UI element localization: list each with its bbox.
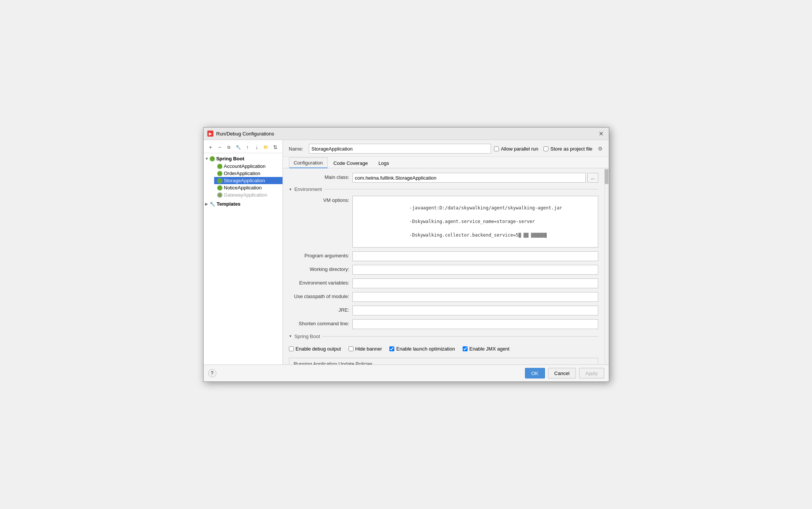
debug-output-checkbox[interactable] — [289, 346, 294, 351]
move-down-button[interactable]: ↓ — [253, 143, 261, 151]
main-class-input[interactable] — [352, 173, 586, 183]
working-dir-input[interactable] — [352, 265, 598, 275]
account-icon: 🌿 — [217, 164, 222, 169]
gateway-application-item[interactable]: 🌿 GatewayApplication — [214, 191, 283, 198]
wrench-button[interactable]: 🔧 — [234, 143, 242, 151]
tab-logs[interactable]: Logs — [374, 158, 394, 168]
env-vars-label: Environment variables: — [289, 278, 349, 286]
main-content: + − ⧉ 🔧 ↑ ↓ 📁 ⇅ ▼ 🌿 Spring Boot 🌿 — [204, 140, 609, 364]
title-bar-left: ▶ Run/Debug Configurations — [207, 131, 274, 137]
templates-item[interactable]: ▶ 🔧 Templates — [204, 200, 283, 208]
spring-boot-label: Spring Boot — [216, 156, 244, 161]
allow-parallel-label[interactable]: Allow parallel run — [494, 146, 538, 152]
order-application-item[interactable]: 🌿 OrderApplication — [214, 170, 283, 177]
debug-output-label[interactable]: Enable debug output — [289, 346, 341, 352]
allow-parallel-checkbox[interactable] — [494, 146, 499, 151]
left-panel: + − ⧉ 🔧 ↑ ↓ 📁 ⇅ ▼ 🌿 Spring Boot 🌿 — [204, 140, 283, 364]
hide-banner-label[interactable]: Hide banner — [349, 346, 382, 352]
title-bar: ▶ Run/Debug Configurations ✕ — [204, 128, 609, 140]
storage-label: StorageApplication — [224, 178, 265, 183]
classpath-field — [352, 292, 598, 302]
close-button[interactable]: ✕ — [597, 130, 605, 137]
spring-boot-icon: 🌿 — [210, 156, 215, 161]
order-icon: 🌿 — [217, 171, 222, 176]
main-class-field: ... — [352, 173, 598, 183]
right-scrollbar[interactable] — [604, 168, 609, 364]
add-button[interactable]: + — [207, 143, 215, 151]
templates-label: Templates — [217, 201, 241, 207]
main-class-label: Main class: — [289, 173, 349, 180]
main-class-browse-button[interactable]: ... — [587, 173, 598, 183]
spring-boot-group[interactable]: ▼ 🌿 Spring Boot — [204, 155, 283, 163]
tab-code-coverage[interactable]: Code Coverage — [329, 158, 373, 168]
vm-options-area[interactable]: -javaagent:D:/data/skywalking/agent/skyw… — [352, 196, 598, 248]
env-vars-input[interactable] — [352, 278, 598, 288]
gateway-icon: 🌿 — [217, 192, 222, 198]
name-input[interactable] — [309, 144, 491, 154]
shorten-cmd-input[interactable] — [352, 319, 598, 329]
program-args-input[interactable] — [352, 251, 598, 261]
account-application-item[interactable]: 🌿 AccountApplication — [214, 163, 283, 170]
settings-gear-icon[interactable]: ⚙ — [598, 146, 603, 152]
hide-banner-checkbox[interactable] — [349, 346, 354, 351]
cursor — [546, 233, 546, 238]
scrollbar-thumb — [605, 169, 608, 184]
move-up-button[interactable]: ↑ — [244, 143, 252, 151]
config-content: Main class: ... Environment — [283, 168, 604, 364]
expand-arrow: ▼ — [205, 157, 209, 161]
storage-icon: 🌿 — [217, 178, 222, 183]
cancel-button[interactable]: Cancel — [548, 368, 576, 378]
right-panel: Name: Allow parallel run Store as projec… — [283, 140, 609, 364]
tabs-row: Configuration Code Coverage Logs — [283, 157, 609, 168]
folder-button[interactable]: 📁 — [262, 143, 270, 151]
sort-button[interactable]: ⇅ — [271, 143, 279, 151]
jre-input[interactable] — [352, 306, 598, 315]
shorten-cmd-label: Shorten command line: — [289, 319, 349, 326]
apply-button[interactable]: Apply — [579, 368, 604, 378]
enable-launch-checkbox[interactable] — [389, 346, 394, 351]
notice-label: NoticeApplication — [224, 185, 262, 191]
jre-row: JRE: — [289, 306, 598, 315]
spring-boot-header: Spring Boot — [289, 334, 598, 339]
tab-configuration[interactable]: Configuration — [289, 157, 328, 168]
notice-icon: 🌿 — [217, 185, 222, 191]
program-args-label: Program arguments: — [289, 251, 349, 258]
enable-jmx-label[interactable]: Enable JMX agent — [463, 346, 509, 352]
store-project-label[interactable]: Store as project file — [543, 146, 592, 152]
working-dir-field — [352, 265, 598, 275]
enable-launch-label[interactable]: Enable launch optimization — [389, 346, 455, 352]
main-class-row: Main class: ... — [289, 173, 598, 183]
jre-label: JRE: — [289, 306, 349, 313]
toolbar-row: + − ⧉ 🔧 ↑ ↓ 📁 ⇅ — [204, 141, 283, 153]
vm-options-text: -javaagent:D:/data/skywalking/agent/skyw… — [355, 198, 596, 246]
ok-button[interactable]: OK — [525, 368, 545, 378]
program-args-row: Program arguments: — [289, 251, 598, 261]
classpath-label: Use classpath of module: — [289, 292, 349, 299]
copy-button[interactable]: ⧉ — [225, 143, 233, 151]
spring-boot-checkboxes: Enable debug output Hide banner Enable l… — [289, 343, 598, 355]
env-vars-row: Environment variables: — [289, 278, 598, 288]
name-label: Name: — [289, 146, 306, 152]
storage-application-item[interactable]: 🌿 StorageApplication — [214, 177, 283, 184]
vm-options-label: VM options: — [289, 196, 349, 203]
help-button[interactable]: ? — [208, 369, 216, 377]
working-dir-label: Working directory: — [289, 265, 349, 272]
app-icon: ▶ — [207, 131, 213, 137]
run-debug-dialog: ▶ Run/Debug Configurations ✕ + − ⧉ 🔧 ↑ ↓… — [203, 127, 609, 382]
section-divider — [324, 189, 598, 189]
environment-header: Environment — [289, 186, 598, 192]
notice-application-item[interactable]: 🌿 NoticeApplication — [214, 184, 283, 191]
env-vars-field — [352, 278, 598, 288]
child-items: 🌿 AccountApplication 🌿 OrderApplication … — [204, 163, 283, 198]
bottom-bar: ? OK Cancel Apply — [204, 364, 609, 381]
program-args-field — [352, 251, 598, 261]
enable-jmx-checkbox[interactable] — [463, 346, 468, 351]
store-project-checkbox[interactable] — [543, 146, 548, 151]
spring-boot-divider — [322, 336, 598, 337]
shorten-cmd-row: Shorten command line: — [289, 319, 598, 329]
config-scroll-wrapper: Main class: ... Environment — [283, 168, 609, 364]
templates-expand: ▶ — [205, 202, 208, 206]
classpath-input[interactable] — [352, 292, 598, 302]
order-label: OrderApplication — [224, 171, 261, 176]
remove-button[interactable]: − — [216, 143, 224, 151]
